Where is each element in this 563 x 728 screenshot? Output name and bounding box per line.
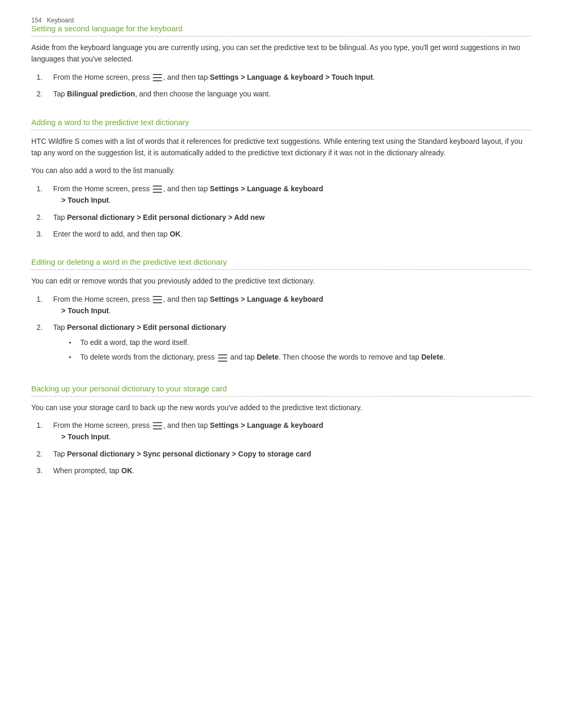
step-item: 2. Tap Personal dictionary > Edit person…	[36, 322, 532, 366]
section-title-second-language: Setting a second language for the keyboa…	[31, 24, 532, 36]
section-intro-second-language: Aside from the keyboard language you are…	[31, 42, 532, 65]
step-item: 2. Tap Bilingual prediction, and then ch…	[36, 88, 532, 100]
bullet-item: To edit a word, tap the word itself.	[69, 337, 532, 348]
menu-icon	[153, 422, 162, 429]
bullet-item: To delete words from the dictionary, pre…	[69, 351, 532, 363]
step-item: 3. When prompted, tap OK.	[36, 465, 532, 476]
steps-list-backing-up: 1. From the Home screen, press , and the…	[36, 419, 532, 477]
menu-icon	[218, 354, 227, 362]
section-backing-up: Backing up your personal dictionary to y…	[31, 384, 532, 492]
section-body-backing-up: You can use your storage card to back up…	[31, 402, 532, 492]
step-item: 2. Tap Personal dictionary > Edit person…	[36, 212, 532, 223]
step-item: 1. From the Home screen, press , and the…	[36, 183, 532, 206]
steps-list-second-language: 1. From the Home screen, press , and the…	[36, 71, 532, 100]
step-item: 2. Tap Personal dictionary > Sync person…	[36, 448, 532, 460]
section-extra-adding-word: You can also add a word to the list manu…	[31, 165, 532, 176]
section-body-editing-word: You can edit or remove words that you pr…	[31, 275, 532, 381]
section-intro-adding-word: HTC Wildfire S comes with a list of word…	[31, 135, 532, 159]
bullet-list-editing: To edit a word, tap the word itself. To …	[69, 337, 532, 363]
section-title-backing-up: Backing up your personal dictionary to y…	[31, 384, 532, 397]
section-editing-word: Editing or deleting a word in the predic…	[31, 257, 532, 381]
menu-icon	[153, 186, 162, 193]
step-item: 1. From the Home screen, press , and the…	[36, 419, 532, 443]
section-intro-editing-word: You can edit or remove words that you pr…	[31, 275, 532, 287]
section-adding-word: Adding a word to the predictive text dic…	[31, 118, 532, 256]
section-title-adding-word: Adding a word to the predictive text dic…	[31, 118, 532, 130]
page-header: 154 Keyboard	[31, 16, 532, 24]
steps-list-editing-word: 1. From the Home screen, press , and the…	[36, 293, 532, 366]
section-title-editing-word: Editing or deleting a word in the predic…	[31, 257, 532, 270]
menu-icon	[153, 74, 162, 81]
section-intro-backing-up: You can use your storage card to back up…	[31, 402, 532, 413]
step-item: 1. From the Home screen, press , and the…	[36, 71, 532, 83]
step-item: 3. Enter the word to add, and then tap O…	[36, 228, 532, 240]
step-item: 1. From the Home screen, press , and the…	[36, 293, 532, 317]
menu-icon	[153, 296, 162, 303]
section-second-language: Setting a second language for the keyboa…	[31, 24, 532, 116]
section-body-adding-word: HTC Wildfire S comes with a list of word…	[31, 135, 532, 256]
page-number: 154 Keyboard	[31, 17, 74, 24]
section-body-second-language: Aside from the keyboard language you are…	[31, 42, 532, 116]
steps-list-adding-word: 1. From the Home screen, press , and the…	[36, 183, 532, 240]
